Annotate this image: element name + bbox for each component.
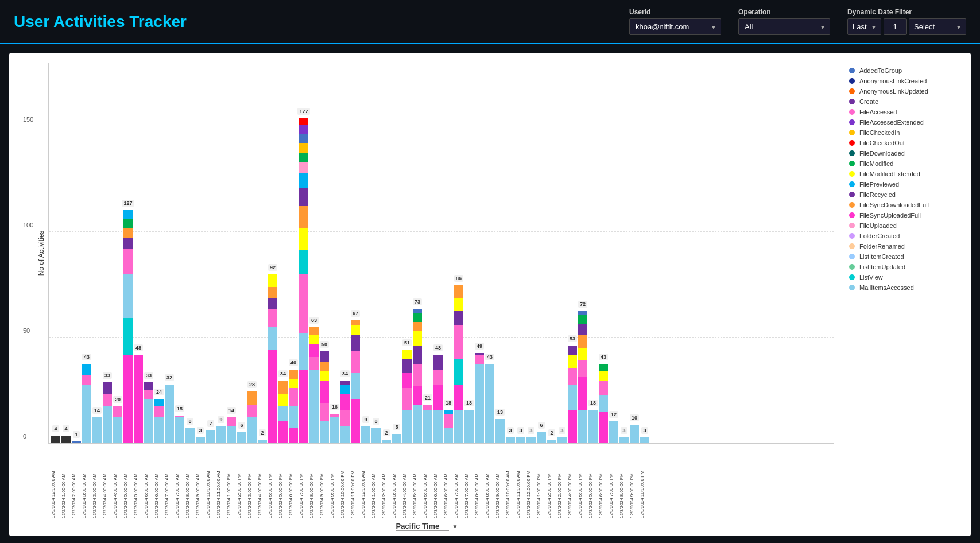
bar-segment <box>268 309 277 327</box>
operation-label: Operation <box>738 8 830 16</box>
bar-segment <box>320 381 329 402</box>
bar-group: 18 <box>588 410 598 443</box>
bar-segment <box>92 417 102 443</box>
y-axis-label: No of Activities <box>37 230 45 276</box>
bar-group: 13 <box>495 419 505 443</box>
legend-color-dot <box>849 119 855 125</box>
bar-group: 8 <box>371 428 381 443</box>
x-axis-label-item: 12/2/2024 6:00:00 AM <box>144 449 153 518</box>
bar-segment <box>123 355 133 443</box>
x-axis-label-item: 12/2/2024 3:00:00 AM <box>82 449 91 518</box>
x-axis-label-item: 12/2/2024 10:00:00 AM <box>206 449 215 518</box>
y-tick-label: 100 <box>23 222 33 228</box>
select-period[interactable]: Select <box>909 18 966 35</box>
bar-group: 3 <box>506 437 515 443</box>
bar-group: 1 <box>72 441 81 443</box>
bar-group: 43 <box>82 364 91 443</box>
bar-group: 21 <box>423 405 432 443</box>
bar-segment <box>402 388 412 410</box>
legend-item: ListView <box>849 274 962 281</box>
operation-select-wrapper: All <box>738 18 830 35</box>
bar-total-label: 73 <box>413 298 422 305</box>
x-axis-label-item: 12/3/2024 5:00:00 PM <box>578 449 587 518</box>
bar-group: 32 <box>165 385 174 443</box>
x-axis-label-item: 12/3/2024 8:00:00 PM <box>619 449 628 518</box>
bar-segment <box>371 428 381 443</box>
legend-item: FileCheckedIn <box>849 129 962 136</box>
bar-segment <box>144 382 153 390</box>
bar-segment <box>299 250 308 274</box>
x-axis-label-item: 12/3/2024 10:00:00 AM <box>505 449 514 518</box>
bar-segment <box>309 344 319 356</box>
bar-group: 73 <box>413 309 422 443</box>
x-axis-select[interactable]: Pacific Time <box>396 522 449 531</box>
bar-segment <box>216 426 226 443</box>
x-axis-label-item: 12/2/2024 4:00:00 AM <box>102 449 111 518</box>
x-axis-dropdown: Pacific Time ▼ <box>14 522 840 531</box>
bar-segment <box>82 375 91 385</box>
bar-segment <box>299 188 308 206</box>
legend-label-text: MailItemsAccessed <box>859 284 914 291</box>
bar-group: 9 <box>216 426 226 443</box>
legend-label-text: FileModifiedExtended <box>859 170 920 177</box>
legend-label-text: Create <box>859 98 878 105</box>
bar-total-label: 127 <box>122 200 134 207</box>
bar-segment <box>206 430 215 443</box>
date-num-input[interactable] <box>884 18 907 35</box>
x-axis-label-item: 12/3/2024 1:00:00 AM <box>371 449 380 518</box>
legend-color-dot <box>849 202 855 208</box>
bar-segment <box>268 298 277 309</box>
legend-label-text: FileModified <box>859 160 893 167</box>
bar-segment <box>61 436 71 443</box>
bar-segment <box>485 364 494 443</box>
last-select[interactable]: Last <box>847 18 881 35</box>
bar-segment <box>299 274 308 333</box>
legend-color-dot <box>849 171 855 177</box>
x-axis-label-item: 12/3/2024 12:00:00 PM <box>526 449 535 518</box>
bar-segment <box>578 360 587 377</box>
x-axis-label-item: 12/3/2024 7:00:00 AM <box>454 449 463 518</box>
bar-segment <box>413 346 422 364</box>
bar-group: 48 <box>433 355 443 443</box>
bar-segment <box>578 315 587 324</box>
bar-segment <box>547 440 556 443</box>
bar-segment <box>599 381 608 395</box>
x-axis-label-item: 12/3/2024 11:00:00 AM <box>516 449 525 518</box>
bar-segment <box>320 351 329 362</box>
x-axis-label-item: 12/2/2024 11:00:00 AM <box>216 449 225 518</box>
bar-total-label: 63 <box>309 317 319 324</box>
x-axis-label-item: 12/2/2024 12:00:00 AM <box>51 449 60 518</box>
operation-select[interactable]: All <box>738 18 830 35</box>
dynamic-date-group: Dynamic Date Filter Last Select <box>847 8 966 35</box>
bar-group: 33 <box>144 382 153 443</box>
bar-segment <box>568 385 577 410</box>
bar-total-label: 13 <box>495 409 505 416</box>
legend-item: FileModified <box>849 160 962 167</box>
bar-group: 43 <box>599 364 608 443</box>
bar-group: 67 <box>351 320 360 443</box>
x-axis-label-item: 12/2/2024 7:00:00 AM <box>164 449 173 518</box>
bar-segment <box>144 399 153 443</box>
x-axis-label-item: 12/3/2024 8:00:00 AM <box>474 449 483 518</box>
userid-select-wrapper: khoa@niftit.com <box>629 18 721 35</box>
legend-item: MailItemsAccessed <box>849 284 962 291</box>
legend-item: FileSyncDownloadedFull <box>849 201 962 208</box>
bar-segment <box>423 405 432 410</box>
bar-segment <box>299 153 308 162</box>
x-axis-label-item: 12/2/2024 6:00:00 PM <box>288 449 297 518</box>
bar-segment <box>557 437 567 443</box>
dynamic-date-controls: Last Select <box>847 18 966 35</box>
bar-total-label: 86 <box>454 275 463 282</box>
bar-segment <box>444 428 453 443</box>
bar-segment <box>402 350 412 359</box>
bar-segment <box>630 425 639 443</box>
bar-total-label: 32 <box>165 374 174 381</box>
bar-group: 40 <box>289 370 298 443</box>
bar-group: 3 <box>557 437 567 443</box>
bar-segment <box>351 320 360 326</box>
bar-group: 7 <box>206 430 215 443</box>
userid-select[interactable]: khoa@niftit.com <box>629 18 721 35</box>
bar-segment <box>413 364 422 386</box>
x-axis-label-item: 12/3/2024 9:00:00 AM <box>495 449 504 518</box>
legend-item: FolderRenamed <box>849 243 962 250</box>
